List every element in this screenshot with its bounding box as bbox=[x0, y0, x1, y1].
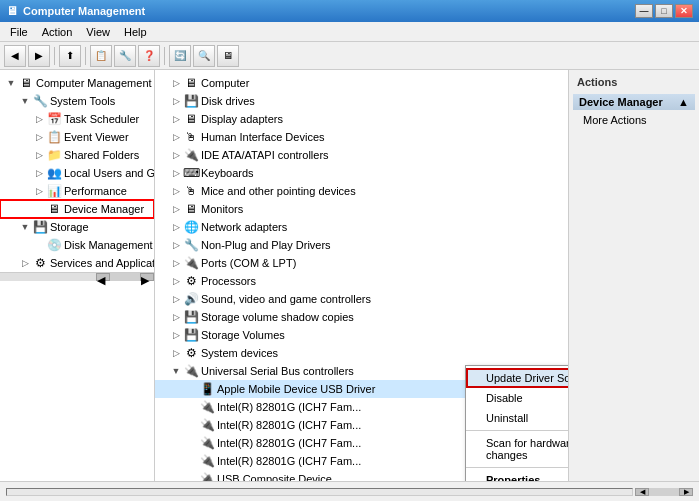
device-manager-icon: 🖥 bbox=[46, 201, 62, 217]
window-title: Computer Management bbox=[23, 5, 145, 17]
more-actions-button[interactable]: More Actions bbox=[573, 112, 695, 128]
actions-arrow-icon[interactable]: ▲ bbox=[678, 96, 689, 108]
expand-icon: ▼ bbox=[169, 364, 183, 378]
device-manager-label: Device Manager bbox=[64, 203, 144, 215]
device-keyboards[interactable]: ▷ ⌨ Keyboards bbox=[155, 164, 568, 182]
show-hide-button[interactable]: 📋 bbox=[90, 45, 112, 67]
network-icon: 🌐 bbox=[183, 219, 199, 235]
ports-icon: 🔌 bbox=[183, 255, 199, 271]
usb-icon: 🔌 bbox=[183, 363, 199, 379]
no-expand-icon bbox=[32, 202, 46, 216]
context-update-driver[interactable]: Update Driver Software... bbox=[466, 368, 569, 388]
status-bar: ◀ ▶ bbox=[0, 481, 699, 501]
tree-performance[interactable]: ▷ 📊 Performance bbox=[0, 182, 154, 200]
title-bar: 🖥 Computer Management — □ ✕ bbox=[0, 0, 699, 22]
forward-button[interactable]: ▶ bbox=[28, 45, 50, 67]
performance-icon: 📊 bbox=[46, 183, 62, 199]
scan-button[interactable]: 🔍 bbox=[193, 45, 215, 67]
properties-button[interactable]: 🔧 bbox=[114, 45, 136, 67]
expand-icon: ▷ bbox=[169, 274, 183, 288]
tree-task-scheduler[interactable]: ▷ 📅 Task Scheduler bbox=[0, 110, 154, 128]
context-properties[interactable]: Properties bbox=[466, 470, 569, 481]
menu-help[interactable]: Help bbox=[118, 24, 153, 40]
event-viewer-icon: 📋 bbox=[46, 129, 62, 145]
expand-icon: ▼ bbox=[4, 76, 18, 90]
device-computer[interactable]: ▷ 🖥 Computer bbox=[155, 74, 568, 92]
minimize-button[interactable]: — bbox=[635, 4, 653, 18]
tree-system-tools[interactable]: ▼ 🔧 System Tools bbox=[0, 92, 154, 110]
expand-icon: ▷ bbox=[169, 184, 183, 198]
device-disk-drives[interactable]: ▷ 💾 Disk drives bbox=[155, 92, 568, 110]
display-icon: 🖥 bbox=[183, 111, 199, 127]
back-button[interactable]: ◀ bbox=[4, 45, 26, 67]
device-button[interactable]: 🖥 bbox=[217, 45, 239, 67]
app-icon: 🖥 bbox=[6, 4, 18, 18]
tree-disk-mgmt[interactable]: 💿 Disk Management bbox=[0, 236, 154, 254]
device-network[interactable]: ▷ 🌐 Network adapters bbox=[155, 218, 568, 236]
tree-root-label: Computer Management (Local bbox=[36, 77, 155, 89]
context-uninstall[interactable]: Uninstall bbox=[466, 408, 569, 428]
maximize-button[interactable]: □ bbox=[655, 4, 673, 18]
expand-icon: ▷ bbox=[169, 112, 183, 126]
middle-panel[interactable]: ▷ 🖥 Computer ▷ 💾 Disk drives ▷ 🖥 Display… bbox=[155, 70, 569, 481]
hscroll-left[interactable]: ◀ bbox=[635, 488, 649, 496]
no-expand bbox=[185, 382, 199, 396]
device-storage-vol[interactable]: ▷ 💾 Storage Volumes bbox=[155, 326, 568, 344]
tree-shared-folders[interactable]: ▷ 📁 Shared Folders bbox=[0, 146, 154, 164]
keyboard-icon: ⌨ bbox=[183, 165, 199, 181]
shared-folders-icon: 📁 bbox=[46, 147, 62, 163]
expand-icon: ▷ bbox=[169, 202, 183, 216]
toolbar-separator-1 bbox=[54, 47, 55, 65]
task-scheduler-label: Task Scheduler bbox=[64, 113, 139, 125]
tree-services[interactable]: ▷ ⚙ Services and Applications bbox=[0, 254, 154, 272]
no-expand-icon bbox=[32, 238, 46, 252]
collapse-icon: ▷ bbox=[32, 148, 46, 162]
device-ports[interactable]: ▷ 🔌 Ports (COM & LPT) bbox=[155, 254, 568, 272]
menu-action[interactable]: Action bbox=[36, 24, 79, 40]
expand-icon: ▷ bbox=[169, 256, 183, 270]
device-system[interactable]: ▷ ⚙ System devices bbox=[155, 344, 568, 362]
usb-composite-icon: 🔌 bbox=[199, 471, 215, 481]
help-button[interactable]: ❓ bbox=[138, 45, 160, 67]
device-display[interactable]: ▷ 🖥 Display adapters bbox=[155, 110, 568, 128]
tree-local-users[interactable]: ▷ 👥 Local Users and Groups bbox=[0, 164, 154, 182]
device-sound[interactable]: ▷ 🔊 Sound, video and game controllers bbox=[155, 290, 568, 308]
expand-icon: ▷ bbox=[169, 220, 183, 234]
tree-device-manager[interactable]: 🖥 Device Manager bbox=[0, 200, 154, 218]
context-disable[interactable]: Disable bbox=[466, 388, 569, 408]
device-monitors[interactable]: ▷ 🖥 Monitors bbox=[155, 200, 568, 218]
device-shadow[interactable]: ▷ 💾 Storage volume shadow copies bbox=[155, 308, 568, 326]
device-mice[interactable]: ▷ 🖱 Mice and other pointing devices bbox=[155, 182, 568, 200]
expand-icon: ▼ bbox=[18, 94, 32, 108]
refresh-button[interactable]: 🔄 bbox=[169, 45, 191, 67]
collapse-icon: ▷ bbox=[32, 112, 46, 126]
shadow-icon: 💾 bbox=[183, 309, 199, 325]
device-non-pnp[interactable]: ▷ 🔧 Non-Plug and Play Drivers bbox=[155, 236, 568, 254]
context-scan[interactable]: Scan for hardware changes bbox=[466, 433, 569, 465]
left-panel[interactable]: ▼ 🖥 Computer Management (Local ▼ 🔧 Syste… bbox=[0, 70, 155, 481]
menu-file[interactable]: File bbox=[4, 24, 34, 40]
hid-icon: 🖱 bbox=[183, 129, 199, 145]
close-button[interactable]: ✕ bbox=[675, 4, 693, 18]
sound-icon: 🔊 bbox=[183, 291, 199, 307]
up-button[interactable]: ⬆ bbox=[59, 45, 81, 67]
computer-icon: 🖥 bbox=[18, 75, 34, 91]
device-processors[interactable]: ▷ ⚙ Processors bbox=[155, 272, 568, 290]
event-viewer-label: Event Viewer bbox=[64, 131, 129, 143]
expand-icon: ▷ bbox=[169, 148, 183, 162]
local-users-label: Local Users and Groups bbox=[64, 167, 155, 179]
services-icon: ⚙ bbox=[32, 255, 48, 271]
storage-icon: 💾 bbox=[32, 219, 48, 235]
menu-view[interactable]: View bbox=[80, 24, 116, 40]
tree-root[interactable]: ▼ 🖥 Computer Management (Local bbox=[0, 74, 154, 92]
collapse-icon: ▷ bbox=[32, 166, 46, 180]
expand-icon: ▷ bbox=[169, 238, 183, 252]
collapse-icon: ▷ bbox=[32, 130, 46, 144]
tree-storage[interactable]: ▼ 💾 Storage bbox=[0, 218, 154, 236]
hscroll-right[interactable]: ▶ bbox=[679, 488, 693, 496]
tree-event-viewer[interactable]: ▷ 📋 Event Viewer bbox=[0, 128, 154, 146]
device-hid[interactable]: ▷ 🖱 Human Interface Devices bbox=[155, 128, 568, 146]
storage-label: Storage bbox=[50, 221, 89, 233]
disk-mgmt-icon: 💿 bbox=[46, 237, 62, 253]
device-ide[interactable]: ▷ 🔌 IDE ATA/ATAPI controllers bbox=[155, 146, 568, 164]
